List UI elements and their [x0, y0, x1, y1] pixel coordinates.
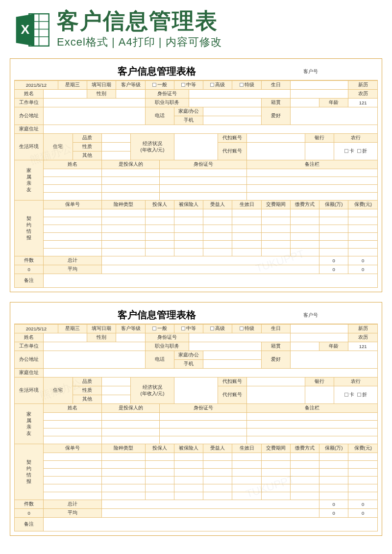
contract-cell[interactable] [101, 249, 145, 256]
contract-cell[interactable] [319, 453, 348, 461]
contract-cell[interactable] [203, 484, 232, 492]
contract-cell[interactable] [203, 209, 232, 217]
home-addr-value[interactable] [44, 125, 378, 134]
contract-cell[interactable] [145, 453, 174, 461]
native-value[interactable] [290, 342, 319, 351]
family-cell[interactable] [247, 177, 378, 185]
deduct-value[interactable] [247, 378, 305, 386]
family-cell[interactable] [101, 436, 160, 444]
birthday-value[interactable] [290, 81, 348, 90]
pay-value[interactable] [247, 386, 305, 404]
contract-cell[interactable] [44, 241, 102, 249]
contract-cell[interactable] [348, 241, 378, 249]
card-zhe[interactable]: 卡 折 [334, 386, 377, 404]
contract-cell[interactable] [348, 461, 378, 469]
contract-cell[interactable] [145, 249, 174, 256]
contract-cell[interactable] [145, 461, 174, 469]
contract-cell[interactable] [261, 453, 290, 461]
job-value[interactable] [189, 99, 261, 107]
hobby-value[interactable] [290, 351, 377, 369]
contract-cell[interactable] [348, 484, 378, 492]
contract-cell[interactable] [203, 453, 232, 461]
contract-cell[interactable] [319, 461, 348, 469]
contract-cell[interactable] [174, 492, 203, 500]
contract-cell[interactable] [232, 453, 261, 461]
contract-cell[interactable] [44, 453, 102, 461]
family-cell[interactable] [44, 169, 102, 177]
bank-value[interactable] [305, 143, 334, 160]
contract-cell[interactable] [290, 249, 319, 256]
contract-cell[interactable] [232, 484, 261, 492]
contract-cell[interactable] [44, 484, 102, 492]
contract-cell[interactable] [203, 477, 232, 484]
contract-cell[interactable] [319, 233, 348, 241]
contract-cell[interactable] [319, 492, 348, 500]
contract-cell[interactable] [348, 249, 378, 256]
contract-cell[interactable] [232, 492, 261, 500]
contract-cell[interactable] [145, 484, 174, 492]
contract-cell[interactable] [261, 225, 290, 233]
birthday-value-2[interactable] [290, 333, 348, 342]
contract-cell[interactable] [232, 469, 261, 477]
level-option[interactable]: 中等 [174, 81, 203, 90]
family-cell[interactable] [160, 428, 247, 436]
contract-cell[interactable] [290, 233, 319, 241]
contract-cell[interactable] [101, 461, 145, 469]
contract-cell[interactable] [145, 469, 174, 477]
level-option[interactable]: 高级 [203, 81, 232, 90]
contract-cell[interactable] [101, 492, 145, 500]
company-value[interactable] [44, 342, 145, 351]
contract-cell[interactable] [145, 492, 174, 500]
contract-cell[interactable] [174, 241, 203, 249]
contract-cell[interactable] [348, 492, 378, 500]
contract-cell[interactable] [174, 233, 203, 241]
family-cell[interactable] [44, 193, 102, 201]
contract-cell[interactable] [290, 217, 319, 225]
contract-cell[interactable] [174, 225, 203, 233]
family-cell[interactable] [44, 413, 102, 421]
contract-cell[interactable] [101, 225, 145, 233]
mobile-value[interactable] [203, 116, 262, 125]
contract-cell[interactable] [319, 477, 348, 484]
contract-cell[interactable] [261, 249, 290, 256]
contract-cell[interactable] [319, 241, 348, 249]
family-cell[interactable] [44, 428, 102, 436]
contract-cell[interactable] [145, 241, 174, 249]
contract-cell[interactable] [145, 209, 174, 217]
nature-value[interactable] [101, 386, 130, 395]
other-value[interactable] [101, 395, 130, 404]
contract-cell[interactable] [101, 233, 145, 241]
family-cell[interactable] [101, 428, 160, 436]
name-value[interactable] [44, 90, 87, 99]
contract-cell[interactable] [348, 225, 378, 233]
contract-cell[interactable] [290, 469, 319, 477]
nature-value[interactable] [101, 143, 130, 151]
family-cell[interactable] [101, 413, 160, 421]
family-cell[interactable] [101, 185, 160, 193]
mobile-value[interactable] [203, 360, 262, 369]
contract-cell[interactable] [101, 477, 145, 484]
contract-cell[interactable] [174, 217, 203, 225]
contract-cell[interactable] [261, 492, 290, 500]
contract-cell[interactable] [174, 477, 203, 484]
contract-cell[interactable] [232, 461, 261, 469]
contract-cell[interactable] [261, 241, 290, 249]
office-addr-value[interactable] [44, 107, 145, 125]
family-cell[interactable] [101, 177, 160, 185]
contract-cell[interactable] [348, 217, 378, 225]
other-value[interactable] [101, 151, 130, 160]
family-cell[interactable] [247, 413, 378, 421]
family-cell[interactable] [160, 436, 247, 444]
contract-cell[interactable] [174, 484, 203, 492]
contract-cell[interactable] [101, 484, 145, 492]
office-addr-value[interactable] [44, 351, 145, 369]
family-cell[interactable] [44, 185, 102, 193]
contract-cell[interactable] [232, 209, 261, 217]
contract-cell[interactable] [319, 217, 348, 225]
family-cell[interactable] [247, 436, 378, 444]
family-cell[interactable] [160, 169, 247, 177]
id-value[interactable] [189, 90, 290, 99]
family-cell[interactable] [160, 185, 247, 193]
contract-cell[interactable] [290, 209, 319, 217]
contract-cell[interactable] [44, 225, 102, 233]
